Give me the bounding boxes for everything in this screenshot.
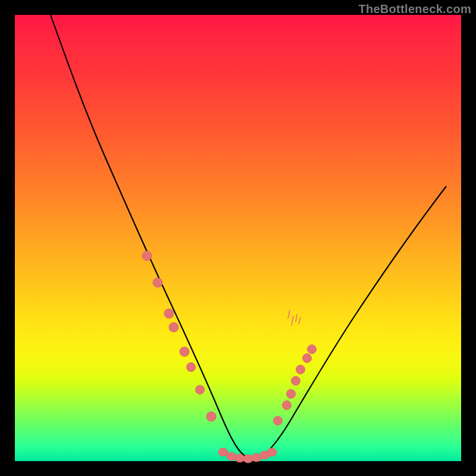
marker-dot bbox=[227, 452, 236, 461]
marker-dot bbox=[142, 251, 152, 261]
marker-dot bbox=[292, 377, 300, 386]
marker-dot bbox=[206, 412, 216, 421]
marker-dot bbox=[196, 386, 205, 394]
flame-tick bbox=[292, 316, 293, 325]
marker-dot bbox=[235, 454, 245, 462]
marker-dot bbox=[252, 453, 261, 462]
marker-dot bbox=[243, 455, 253, 463]
marker-dot bbox=[303, 354, 312, 363]
marker-dot bbox=[308, 345, 317, 354]
marker-dot bbox=[296, 365, 305, 374]
marker-dot bbox=[274, 416, 283, 425]
chart-svg bbox=[15, 15, 461, 461]
marker-dot bbox=[164, 309, 174, 318]
flame-tick bbox=[296, 314, 297, 322]
marker-dot bbox=[267, 448, 277, 456]
watermark-text: TheBottleneck.com bbox=[358, 2, 471, 16]
marker-dot bbox=[180, 347, 189, 356]
bottleneck-curve bbox=[51, 15, 446, 459]
marker-dot bbox=[218, 448, 228, 456]
marker-dot bbox=[153, 278, 162, 287]
marker-dot bbox=[187, 363, 196, 372]
flame-tick bbox=[299, 317, 300, 324]
marker-dot bbox=[287, 390, 296, 399]
flame-tick bbox=[288, 310, 290, 318]
chart-frame bbox=[15, 15, 461, 461]
marker-dot bbox=[283, 401, 292, 410]
marker-dot bbox=[169, 322, 178, 332]
